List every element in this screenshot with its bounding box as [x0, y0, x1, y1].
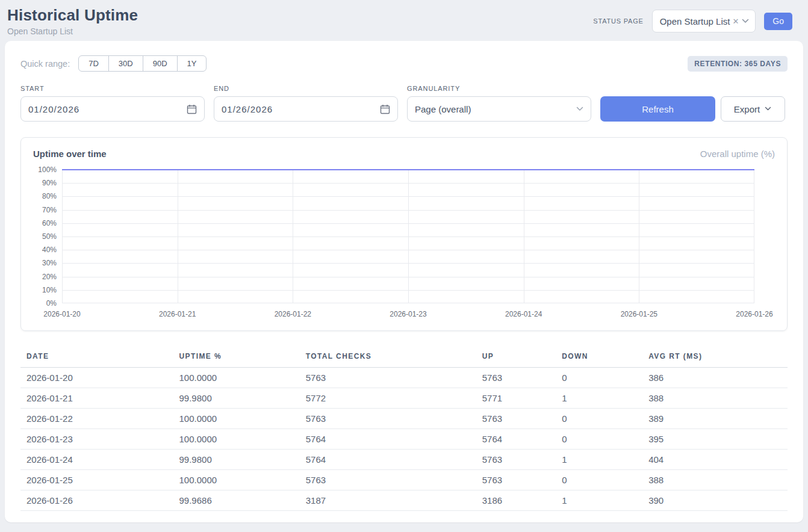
chart-title: Uptime over time — [33, 149, 107, 159]
table-cell: 2026-01-23 — [20, 429, 173, 450]
refresh-button[interactable]: Refresh — [600, 96, 715, 122]
table-header-row: DATEUPTIME %TOTAL CHECKSUPDOWNAVG RT (MS… — [20, 347, 788, 368]
quick-range-button-90d[interactable]: 90D — [143, 55, 178, 72]
calendar-icon[interactable] — [380, 104, 390, 114]
table-row: 2026-01-2199.9800577257711388 — [20, 388, 788, 409]
status-page-select[interactable]: Open Startup List ✕ — [652, 10, 756, 32]
calendar-icon[interactable] — [187, 104, 197, 114]
table-cell: 5763 — [476, 409, 556, 429]
table-row: 2026-01-2499.9800576457631404 — [20, 450, 788, 470]
table-row: 2026-01-2699.9686318731861390 — [20, 490, 788, 511]
quick-range-button-7d[interactable]: 7D — [78, 55, 109, 72]
table-cell: 100.0000 — [173, 470, 300, 490]
quick-range-row: Quick range: 7D30D90D1Y RETENTION: 365 D… — [20, 55, 788, 72]
table-cell: 0 — [556, 368, 642, 388]
quick-range-group-wrap: Quick range: 7D30D90D1Y — [20, 55, 207, 72]
y-axis-tick: 40% — [42, 246, 57, 254]
go-button[interactable]: Go — [764, 13, 792, 30]
table-cell: 99.9800 — [173, 450, 300, 470]
end-date-value: 01/26/2026 — [222, 104, 273, 114]
column-header: DATE — [20, 347, 173, 368]
clear-icon[interactable]: ✕ — [732, 17, 739, 26]
page-header: Historical Uptime Open Startup List STAT… — [0, 0, 808, 41]
quick-range-button-30d[interactable]: 30D — [108, 55, 143, 72]
chevron-down-icon — [765, 107, 772, 111]
start-date-value: 01/20/2026 — [28, 104, 79, 114]
table-cell: 2026-01-22 — [20, 409, 173, 429]
end-label: END — [214, 85, 398, 92]
table-cell: 386 — [642, 368, 788, 388]
table-cell: 5772 — [300, 388, 476, 409]
end-field-group: END 01/26/2026 — [214, 85, 398, 122]
status-page-label: STATUS PAGE — [593, 17, 643, 25]
x-axis-tick: 2026-01-20 — [43, 310, 80, 318]
table-cell: 1 — [556, 450, 642, 470]
chevron-down-icon — [576, 107, 583, 111]
start-label: START — [20, 85, 205, 92]
table-cell: 99.9686 — [173, 490, 300, 511]
y-axis-tick: 30% — [42, 259, 57, 267]
y-axis: 100%90%80%70%60%50%40%30%20%10%0% — [33, 170, 62, 303]
header-controls: STATUS PAGE Open Startup List ✕ Go — [593, 10, 792, 32]
x-axis-tick: 2026-01-22 — [275, 310, 311, 318]
table-cell: 2026-01-24 — [20, 450, 173, 470]
table-cell: 5763 — [300, 409, 476, 429]
quick-range-label: Quick range: — [20, 59, 70, 69]
table-cell: 389 — [642, 409, 788, 429]
plot-wrap: 2026-01-202026-01-212026-01-222026-01-23… — [62, 170, 754, 322]
table-cell: 2026-01-25 — [20, 470, 173, 490]
column-header: AVG RT (MS) — [642, 347, 788, 368]
table-row: 2026-01-25100.0000576357630388 — [20, 470, 788, 490]
status-page-select-value: Open Startup List — [660, 16, 730, 26]
y-axis-tick: 80% — [42, 192, 57, 200]
granularity-value: Page (overall) — [415, 104, 471, 114]
export-button[interactable]: Export — [721, 96, 785, 122]
chart-legend-label: Overall uptime (%) — [700, 149, 775, 159]
granularity-select[interactable]: Page (overall) — [407, 96, 591, 122]
table-cell: 390 — [642, 490, 788, 511]
chart-card: Uptime over time Overall uptime (%) 100%… — [20, 137, 788, 331]
column-header: DOWN — [556, 347, 642, 368]
table-cell: 388 — [642, 470, 788, 490]
table-cell: 0 — [556, 409, 642, 429]
x-axis-tick: 2026-01-24 — [505, 310, 542, 318]
x-axis-tick: 2026-01-25 — [621, 310, 657, 318]
granularity-label: GRANULARITY — [407, 85, 591, 92]
page-title: Historical Uptime — [7, 6, 138, 25]
table-cell: 5764 — [476, 429, 556, 450]
table-cell: 5763 — [300, 470, 476, 490]
main-panel: Quick range: 7D30D90D1Y RETENTION: 365 D… — [5, 41, 803, 522]
y-axis-tick: 10% — [42, 286, 57, 294]
chevron-down-icon — [742, 19, 749, 23]
y-axis-tick: 0% — [46, 299, 57, 308]
table-cell: 2026-01-21 — [20, 388, 173, 409]
start-field-group: START 01/20/2026 — [20, 85, 205, 122]
table-row: 2026-01-23100.0000576457640395 — [20, 429, 788, 450]
table-cell: 0 — [556, 429, 642, 450]
page-subtitle: Open Startup List — [7, 26, 138, 36]
column-header: UP — [476, 347, 556, 368]
y-axis-tick: 90% — [42, 179, 57, 187]
table-cell: 395 — [642, 429, 788, 450]
table-row: 2026-01-22100.0000576357630389 — [20, 409, 788, 429]
start-date-input[interactable]: 01/20/2026 — [20, 96, 205, 122]
table-cell: 5771 — [476, 388, 556, 409]
plot-area — [62, 170, 754, 303]
table-cell: 99.9800 — [173, 388, 300, 409]
column-header: UPTIME % — [173, 347, 300, 368]
table-cell: 388 — [642, 388, 788, 409]
table-cell: 5764 — [300, 450, 476, 470]
end-date-input[interactable]: 01/26/2026 — [214, 96, 398, 122]
table-cell: 5763 — [300, 368, 476, 388]
table-cell: 1 — [556, 490, 642, 511]
y-axis-tick: 100% — [38, 165, 57, 174]
x-axis-tick: 2026-01-23 — [390, 310, 426, 318]
table-cell: 100.0000 — [173, 409, 300, 429]
quick-range-button-1y[interactable]: 1Y — [177, 55, 207, 72]
table-cell: 0 — [556, 470, 642, 490]
uptime-table: DATEUPTIME %TOTAL CHECKSUPDOWNAVG RT (MS… — [20, 347, 788, 511]
table-cell: 5763 — [476, 470, 556, 490]
table-cell: 5764 — [300, 429, 476, 450]
x-axis-tick: 2026-01-21 — [159, 310, 196, 318]
y-axis-tick: 60% — [42, 219, 57, 227]
